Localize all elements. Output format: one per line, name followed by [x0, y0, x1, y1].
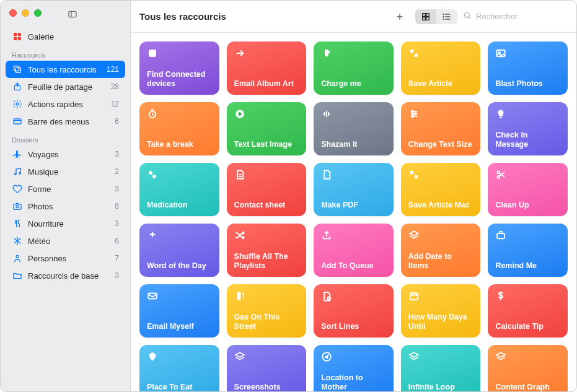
shortcut-label: Infinite Loop	[408, 383, 473, 391]
svg-point-27	[464, 12, 469, 17]
shortcut-tile[interactable]: Check In Message	[488, 102, 568, 155]
shortcut-tile[interactable]: Content Graph	[488, 345, 568, 391]
menubar-icon	[12, 116, 23, 126]
sidebar-item-count: 3	[115, 271, 119, 280]
layers-icon	[495, 351, 560, 364]
shortcut-tile[interactable]: Remind Me	[488, 224, 568, 277]
shortcut-tile[interactable]: Email Album Art	[227, 41, 307, 95]
shortcut-tile[interactable]: Shuffle All The Playlists	[227, 224, 307, 277]
pdf-icon	[321, 169, 386, 181]
sidebar-item-count: 7	[115, 254, 119, 263]
new-shortcut-button[interactable]	[389, 9, 410, 25]
sidebar-section-shortcuts: Raccourcis	[6, 45, 125, 61]
sidebar-item-quick-actions[interactable]: Actions rapides 12	[6, 95, 125, 113]
shortcut-tile[interactable]: How Many Days Until	[401, 284, 481, 338]
shortcut-tile[interactable]: Make PDF	[314, 163, 394, 216]
shortcut-tile[interactable]: Text Last Image	[227, 102, 307, 155]
stack-icon	[12, 64, 23, 74]
shortcut-tile[interactable]: Word of the Day	[139, 224, 219, 277]
shortcut-tile[interactable]: Take a break	[139, 102, 219, 155]
sidebar-folder-travel[interactable]: Voyages 3	[6, 146, 125, 163]
svg-point-25	[443, 16, 444, 17]
svg-point-24	[443, 14, 444, 14]
sidebar-item-label: Forme	[28, 185, 51, 194]
search-field[interactable]: Rechercher	[462, 11, 568, 22]
shortcut-label: Make PDF	[321, 201, 386, 210]
sidebar-folder-food[interactable]: Nourriture 3	[6, 215, 125, 232]
sidebar-folder-photos[interactable]: Photos 8	[6, 198, 125, 215]
list-view-button[interactable]	[436, 9, 457, 24]
svg-rect-0	[69, 11, 76, 17]
shortcut-tile[interactable]: Clean Up	[488, 163, 568, 216]
sidebar-folder-basic[interactable]: Raccourcis de base 3	[6, 267, 125, 284]
sidebar-item-count: 6	[115, 117, 119, 126]
sidebar-item-label: Photos	[28, 202, 53, 211]
svg-rect-14	[14, 204, 21, 210]
sidebar-item-menu-bar[interactable]: Barre des menus 6	[6, 113, 125, 130]
grid-icon	[12, 32, 23, 41]
minimize-window-button[interactable]	[22, 9, 29, 17]
close-window-button[interactable]	[9, 9, 17, 17]
sidebar-gallery[interactable]: Galerie	[6, 28, 125, 45]
svg-rect-5	[18, 37, 21, 40]
shortcut-label: Gas On This Street	[234, 313, 299, 331]
shortcut-tile[interactable]: Save Article Mac	[401, 163, 481, 216]
shortcut-label: Change Text Size	[408, 140, 473, 149]
shortcut-tile[interactable]: Add Date to Items	[401, 224, 481, 277]
sidebar-item-count: 28	[111, 82, 119, 91]
page-title: Tous les raccourcis	[139, 11, 226, 22]
shortcut-tile[interactable]: Infinite Loop	[401, 345, 481, 391]
zoom-window-button[interactable]	[34, 9, 42, 17]
dollar-icon	[495, 290, 560, 303]
sidebar-folder-fitness[interactable]: Forme 3	[6, 180, 125, 198]
svg-point-37	[412, 111, 413, 113]
sidebar-item-count: 3	[115, 150, 119, 159]
waveform-icon	[321, 108, 386, 121]
shortcut-tile[interactable]: Gas On This Street	[227, 284, 307, 338]
person-icon	[12, 253, 23, 263]
sidebar-item-all-shortcuts[interactable]: Tous les raccourcis 121	[6, 61, 125, 78]
shortcut-label: Email Myself	[147, 322, 212, 331]
svg-rect-10	[14, 119, 21, 124]
svg-point-9	[16, 103, 19, 105]
sidebar-item-share-sheet[interactable]: Feuille de partage 28	[6, 78, 125, 95]
sidebar-item-count: 12	[111, 100, 119, 108]
shortcut-tile[interactable]: Change Text Size	[401, 102, 481, 155]
shortcut-tile[interactable]: Add To Queue	[314, 224, 394, 277]
sidebar-folder-music[interactable]: Musique 2	[6, 163, 125, 180]
sidebar-folder-people[interactable]: Personnes 7	[6, 250, 125, 267]
shortcut-tile[interactable]: Sort Lines	[314, 284, 394, 338]
sidebar-folder-weather[interactable]: Météo 6	[6, 232, 125, 250]
shortcut-tile[interactable]: Shazam it	[314, 102, 394, 155]
shortcut-tile[interactable]: Place To Eat	[139, 345, 219, 391]
grid-view-button[interactable]	[415, 9, 436, 24]
shortcut-tile[interactable]: Medication	[139, 163, 219, 216]
toggle-sidebar-button[interactable]	[64, 7, 81, 22]
svg-point-12	[14, 173, 16, 175]
shortcut-tile[interactable]: Screenshots	[227, 345, 307, 391]
app-icon	[147, 48, 212, 60]
tray-up-icon	[321, 230, 386, 242]
shortcut-tile[interactable]: Calculate Tip	[488, 284, 568, 338]
search-placeholder: Rechercher	[476, 12, 518, 21]
shortcut-tile[interactable]: Save Article	[401, 41, 481, 95]
shortcut-label: Text Last Image	[234, 140, 299, 149]
shortcut-label: Medication	[147, 201, 212, 210]
shortcut-tile[interactable]: Find Connected devices	[139, 41, 219, 95]
shortcuts-grid: Find Connected devices Email Album Art C…	[139, 41, 568, 391]
shortcuts-grid-scroll[interactable]: Find Connected devices Email Album Art C…	[131, 33, 576, 391]
music-icon	[12, 167, 23, 176]
shortcut-tile[interactable]: Contact sheet	[227, 163, 307, 216]
shortcut-label: Word of the Day	[147, 261, 212, 271]
shortcut-label: Location to Mother	[321, 373, 386, 391]
shortcut-tile[interactable]: Blast Photos	[488, 41, 568, 95]
sidebar-item-label: Actions rapides	[28, 100, 83, 109]
shortcut-tile[interactable]: Location to Mother	[314, 345, 394, 391]
layers-icon	[408, 351, 473, 364]
svg-point-13	[19, 172, 21, 174]
svg-rect-2	[14, 33, 17, 36]
shortcut-label: Add To Queue	[321, 261, 386, 271]
shortcut-tile[interactable]: Email Myself	[139, 284, 219, 338]
shortcut-tile[interactable]: Charge me	[314, 41, 394, 95]
svg-rect-3	[18, 33, 21, 36]
